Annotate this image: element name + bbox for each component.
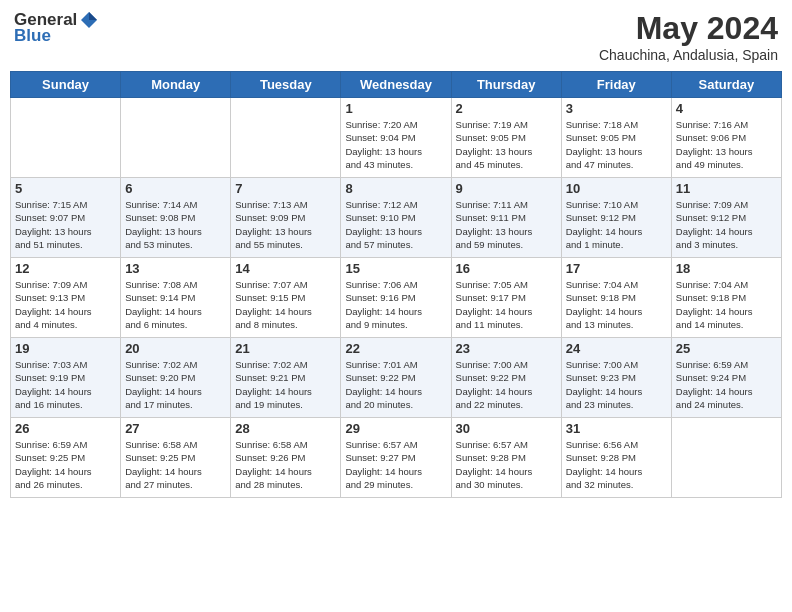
calendar-cell xyxy=(11,98,121,178)
calendar-cell: 1Sunrise: 7:20 AM Sunset: 9:04 PM Daylig… xyxy=(341,98,451,178)
calendar-cell: 29Sunrise: 6:57 AM Sunset: 9:27 PM Dayli… xyxy=(341,418,451,498)
day-info: Sunrise: 7:03 AM Sunset: 9:19 PM Dayligh… xyxy=(15,358,116,411)
day-number: 9 xyxy=(456,181,557,196)
page-header: General Blue May 2024 Chauchina, Andalus… xyxy=(10,10,782,63)
calendar-cell: 2Sunrise: 7:19 AM Sunset: 9:05 PM Daylig… xyxy=(451,98,561,178)
calendar-cell: 13Sunrise: 7:08 AM Sunset: 9:14 PM Dayli… xyxy=(121,258,231,338)
day-number: 19 xyxy=(15,341,116,356)
calendar-cell: 24Sunrise: 7:00 AM Sunset: 9:23 PM Dayli… xyxy=(561,338,671,418)
calendar-cell: 19Sunrise: 7:03 AM Sunset: 9:19 PM Dayli… xyxy=(11,338,121,418)
calendar-cell: 23Sunrise: 7:00 AM Sunset: 9:22 PM Dayli… xyxy=(451,338,561,418)
day-info: Sunrise: 6:57 AM Sunset: 9:28 PM Dayligh… xyxy=(456,438,557,491)
day-info: Sunrise: 7:05 AM Sunset: 9:17 PM Dayligh… xyxy=(456,278,557,331)
day-header-saturday: Saturday xyxy=(671,72,781,98)
day-number: 22 xyxy=(345,341,446,356)
day-number: 6 xyxy=(125,181,226,196)
day-info: Sunrise: 7:02 AM Sunset: 9:20 PM Dayligh… xyxy=(125,358,226,411)
day-info: Sunrise: 7:08 AM Sunset: 9:14 PM Dayligh… xyxy=(125,278,226,331)
day-number: 8 xyxy=(345,181,446,196)
calendar-cell: 10Sunrise: 7:10 AM Sunset: 9:12 PM Dayli… xyxy=(561,178,671,258)
day-number: 30 xyxy=(456,421,557,436)
title-block: May 2024 Chauchina, Andalusia, Spain xyxy=(599,10,778,63)
day-info: Sunrise: 7:09 AM Sunset: 9:13 PM Dayligh… xyxy=(15,278,116,331)
day-info: Sunrise: 6:58 AM Sunset: 9:25 PM Dayligh… xyxy=(125,438,226,491)
calendar-cell: 11Sunrise: 7:09 AM Sunset: 9:12 PM Dayli… xyxy=(671,178,781,258)
day-info: Sunrise: 7:16 AM Sunset: 9:06 PM Dayligh… xyxy=(676,118,777,171)
day-number: 13 xyxy=(125,261,226,276)
day-header-tuesday: Tuesday xyxy=(231,72,341,98)
calendar-cell: 27Sunrise: 6:58 AM Sunset: 9:25 PM Dayli… xyxy=(121,418,231,498)
day-number: 7 xyxy=(235,181,336,196)
calendar-table: SundayMondayTuesdayWednesdayThursdayFrid… xyxy=(10,71,782,498)
day-number: 20 xyxy=(125,341,226,356)
logo: General Blue xyxy=(14,10,99,46)
day-info: Sunrise: 6:59 AM Sunset: 9:25 PM Dayligh… xyxy=(15,438,116,491)
day-number: 16 xyxy=(456,261,557,276)
day-number: 10 xyxy=(566,181,667,196)
day-info: Sunrise: 6:56 AM Sunset: 9:28 PM Dayligh… xyxy=(566,438,667,491)
day-number: 5 xyxy=(15,181,116,196)
calendar-cell: 31Sunrise: 6:56 AM Sunset: 9:28 PM Dayli… xyxy=(561,418,671,498)
day-number: 15 xyxy=(345,261,446,276)
calendar-cell: 20Sunrise: 7:02 AM Sunset: 9:20 PM Dayli… xyxy=(121,338,231,418)
day-number: 25 xyxy=(676,341,777,356)
day-number: 18 xyxy=(676,261,777,276)
day-info: Sunrise: 7:20 AM Sunset: 9:04 PM Dayligh… xyxy=(345,118,446,171)
day-number: 21 xyxy=(235,341,336,356)
day-number: 3 xyxy=(566,101,667,116)
day-info: Sunrise: 7:10 AM Sunset: 9:12 PM Dayligh… xyxy=(566,198,667,251)
day-info: Sunrise: 6:59 AM Sunset: 9:24 PM Dayligh… xyxy=(676,358,777,411)
calendar-cell: 3Sunrise: 7:18 AM Sunset: 9:05 PM Daylig… xyxy=(561,98,671,178)
calendar-week-row: 1Sunrise: 7:20 AM Sunset: 9:04 PM Daylig… xyxy=(11,98,782,178)
calendar-week-row: 12Sunrise: 7:09 AM Sunset: 9:13 PM Dayli… xyxy=(11,258,782,338)
location-title: Chauchina, Andalusia, Spain xyxy=(599,47,778,63)
svg-marker-1 xyxy=(89,12,97,20)
day-header-thursday: Thursday xyxy=(451,72,561,98)
calendar-cell: 8Sunrise: 7:12 AM Sunset: 9:10 PM Daylig… xyxy=(341,178,451,258)
day-number: 24 xyxy=(566,341,667,356)
logo-blue-text: Blue xyxy=(14,26,51,46)
day-info: Sunrise: 7:01 AM Sunset: 9:22 PM Dayligh… xyxy=(345,358,446,411)
calendar-week-row: 26Sunrise: 6:59 AM Sunset: 9:25 PM Dayli… xyxy=(11,418,782,498)
day-info: Sunrise: 7:06 AM Sunset: 9:16 PM Dayligh… xyxy=(345,278,446,331)
calendar-cell: 25Sunrise: 6:59 AM Sunset: 9:24 PM Dayli… xyxy=(671,338,781,418)
calendar-cell: 5Sunrise: 7:15 AM Sunset: 9:07 PM Daylig… xyxy=(11,178,121,258)
day-number: 26 xyxy=(15,421,116,436)
day-info: Sunrise: 7:00 AM Sunset: 9:23 PM Dayligh… xyxy=(566,358,667,411)
calendar-cell: 12Sunrise: 7:09 AM Sunset: 9:13 PM Dayli… xyxy=(11,258,121,338)
calendar-cell: 9Sunrise: 7:11 AM Sunset: 9:11 PM Daylig… xyxy=(451,178,561,258)
day-number: 28 xyxy=(235,421,336,436)
day-info: Sunrise: 7:12 AM Sunset: 9:10 PM Dayligh… xyxy=(345,198,446,251)
day-header-wednesday: Wednesday xyxy=(341,72,451,98)
day-header-sunday: Sunday xyxy=(11,72,121,98)
day-info: Sunrise: 7:15 AM Sunset: 9:07 PM Dayligh… xyxy=(15,198,116,251)
day-number: 27 xyxy=(125,421,226,436)
day-info: Sunrise: 7:02 AM Sunset: 9:21 PM Dayligh… xyxy=(235,358,336,411)
calendar-cell: 15Sunrise: 7:06 AM Sunset: 9:16 PM Dayli… xyxy=(341,258,451,338)
calendar-cell: 14Sunrise: 7:07 AM Sunset: 9:15 PM Dayli… xyxy=(231,258,341,338)
logo-icon xyxy=(79,10,99,30)
day-info: Sunrise: 7:09 AM Sunset: 9:12 PM Dayligh… xyxy=(676,198,777,251)
day-info: Sunrise: 6:58 AM Sunset: 9:26 PM Dayligh… xyxy=(235,438,336,491)
calendar-cell: 28Sunrise: 6:58 AM Sunset: 9:26 PM Dayli… xyxy=(231,418,341,498)
day-number: 31 xyxy=(566,421,667,436)
calendar-cell: 16Sunrise: 7:05 AM Sunset: 9:17 PM Dayli… xyxy=(451,258,561,338)
calendar-week-row: 5Sunrise: 7:15 AM Sunset: 9:07 PM Daylig… xyxy=(11,178,782,258)
calendar-cell xyxy=(231,98,341,178)
day-number: 1 xyxy=(345,101,446,116)
day-info: Sunrise: 7:07 AM Sunset: 9:15 PM Dayligh… xyxy=(235,278,336,331)
calendar-cell: 6Sunrise: 7:14 AM Sunset: 9:08 PM Daylig… xyxy=(121,178,231,258)
day-number: 29 xyxy=(345,421,446,436)
day-info: Sunrise: 7:00 AM Sunset: 9:22 PM Dayligh… xyxy=(456,358,557,411)
calendar-cell xyxy=(671,418,781,498)
day-info: Sunrise: 7:11 AM Sunset: 9:11 PM Dayligh… xyxy=(456,198,557,251)
day-number: 12 xyxy=(15,261,116,276)
day-number: 11 xyxy=(676,181,777,196)
calendar-cell: 30Sunrise: 6:57 AM Sunset: 9:28 PM Dayli… xyxy=(451,418,561,498)
day-header-friday: Friday xyxy=(561,72,671,98)
day-info: Sunrise: 7:19 AM Sunset: 9:05 PM Dayligh… xyxy=(456,118,557,171)
calendar-cell: 7Sunrise: 7:13 AM Sunset: 9:09 PM Daylig… xyxy=(231,178,341,258)
calendar-cell xyxy=(121,98,231,178)
day-info: Sunrise: 7:18 AM Sunset: 9:05 PM Dayligh… xyxy=(566,118,667,171)
day-number: 23 xyxy=(456,341,557,356)
